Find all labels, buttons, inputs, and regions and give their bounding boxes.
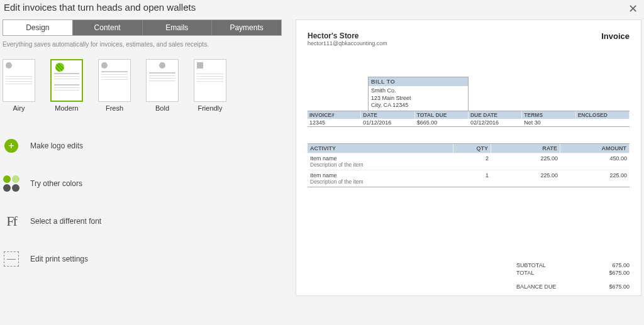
preview-header: Hector's Store hector111@qbkaccounting.c… bbox=[308, 31, 630, 47]
option-label: Edit print settings bbox=[30, 255, 88, 263]
store-name: Hector's Store bbox=[308, 31, 387, 40]
info-value bbox=[576, 119, 630, 120]
line-item-row: Item nameDescription of the item 2 225.0… bbox=[308, 153, 630, 170]
subtotal-label: SUBTOTAL bbox=[516, 262, 546, 268]
bill-to-name: Smith Co. bbox=[371, 87, 465, 95]
line-item-rate: 225.00 bbox=[491, 172, 560, 185]
template-bold[interactable]: Bold bbox=[146, 59, 179, 112]
tab-design[interactable]: Design bbox=[3, 20, 73, 35]
option-colors[interactable]: Try other colors bbox=[3, 175, 282, 192]
template-friendly[interactable]: Friendly bbox=[194, 59, 226, 112]
line-item-rate: 225.00 bbox=[491, 155, 560, 168]
font-icon: Ff bbox=[3, 212, 20, 230]
info-header: ENCLOSED bbox=[576, 111, 630, 119]
main-layout: Design Content Emails Payments Everythin… bbox=[0, 19, 644, 296]
template-modern[interactable]: Modern bbox=[50, 59, 83, 112]
option-label: Make logo edits bbox=[30, 141, 83, 150]
line-item-desc: Description of the item bbox=[310, 162, 451, 168]
template-list: Airy Modern Fresh bbox=[3, 59, 282, 112]
total-value: $675.00 bbox=[609, 270, 630, 276]
template-label: Fresh bbox=[106, 104, 123, 112]
total-label: TOTAL bbox=[516, 270, 534, 276]
print-margins-icon bbox=[3, 250, 20, 268]
template-label: Airy bbox=[13, 104, 25, 112]
page-title: Edit invoices that turn heads and open w… bbox=[4, 2, 196, 13]
balance-value: $675.00 bbox=[609, 284, 630, 290]
tab-content[interactable]: Content bbox=[73, 20, 143, 35]
template-airy[interactable]: Airy bbox=[3, 59, 35, 112]
store-email: hector111@qbkaccounting.com bbox=[308, 40, 387, 47]
page-header: Edit invoices that turn heads and open w… bbox=[0, 0, 644, 19]
info-header: TOTAL DUE bbox=[415, 111, 469, 119]
info-header: DUE DATE bbox=[469, 111, 522, 119]
invoice-preview: Hector's Store hector111@qbkaccounting.c… bbox=[296, 19, 641, 296]
document-type: Invoice bbox=[601, 31, 630, 47]
close-icon[interactable]: ✕ bbox=[628, 2, 638, 16]
template-thumb bbox=[3, 59, 35, 102]
line-item-desc: Description of the item bbox=[310, 179, 451, 185]
template-thumb bbox=[194, 59, 226, 102]
autosave-note: Everything saves automatically for invoi… bbox=[3, 36, 282, 59]
tab-bar: Design Content Emails Payments bbox=[3, 19, 282, 36]
line-item-row: Item nameDescription of the item 1 225.0… bbox=[308, 170, 630, 187]
balance-label: BALANCE DUE bbox=[516, 284, 557, 290]
option-label: Try other colors bbox=[30, 179, 82, 188]
bill-to-box: BILL TO Smith Co. 123 Main Street City, … bbox=[368, 77, 469, 111]
col-activity: ACTIVITY bbox=[308, 144, 453, 153]
line-item-amount: 450.00 bbox=[560, 155, 630, 168]
option-print-settings[interactable]: Edit print settings bbox=[3, 250, 282, 268]
col-rate: RATE bbox=[491, 144, 560, 153]
line-item-name: Item name bbox=[310, 172, 451, 179]
totals-block: SUBTOTAL675.00 TOTAL$675.00 BALANCE DUE$… bbox=[516, 262, 630, 290]
bill-to-header: BILL TO bbox=[369, 77, 468, 86]
line-item-qty: 1 bbox=[453, 172, 491, 185]
option-font[interactable]: Ff Select a different font bbox=[3, 212, 282, 230]
info-value: 01/12/2016 bbox=[361, 119, 414, 126]
info-header: TERMS bbox=[522, 111, 575, 119]
template-thumb bbox=[98, 59, 131, 102]
tab-emails[interactable]: Emails bbox=[143, 20, 213, 35]
template-thumb bbox=[146, 59, 179, 102]
template-thumb bbox=[50, 59, 83, 102]
bill-to-body: Smith Co. 123 Main Street City, CA 12345 bbox=[369, 86, 468, 111]
option-logo-edit[interactable]: + Make logo edits bbox=[3, 137, 282, 155]
color-swatches-icon bbox=[3, 175, 20, 192]
line-items-table: ACTIVITY QTY RATE AMOUNT Item nameDescri… bbox=[308, 143, 630, 187]
plus-circle-icon: + bbox=[3, 137, 20, 155]
col-amount: AMOUNT bbox=[560, 144, 630, 153]
col-qty: QTY bbox=[453, 144, 491, 153]
info-value: 12345 bbox=[308, 119, 361, 126]
bill-to-city: City, CA 12345 bbox=[371, 102, 465, 109]
design-options: + Make logo edits Try other colors Ff Se… bbox=[3, 137, 282, 268]
info-header: DATE bbox=[361, 111, 414, 119]
bill-to-street: 123 Main Street bbox=[371, 95, 465, 102]
option-label: Select a different font bbox=[30, 217, 101, 226]
line-item-qty: 2 bbox=[453, 155, 491, 168]
info-value: Net 30 bbox=[522, 119, 575, 126]
info-value: 02/12/2016 bbox=[469, 119, 522, 126]
line-item-name: Item name bbox=[310, 155, 451, 162]
template-label: Bold bbox=[155, 104, 169, 112]
info-header: INVOICE# bbox=[308, 111, 361, 119]
template-label: Modern bbox=[55, 104, 78, 112]
tab-payments[interactable]: Payments bbox=[212, 20, 281, 35]
template-label: Friendly bbox=[197, 104, 222, 112]
info-value: $665.00 bbox=[415, 119, 469, 126]
left-panel: Design Content Emails Payments Everythin… bbox=[3, 19, 282, 296]
template-fresh[interactable]: Fresh bbox=[98, 59, 131, 112]
info-bar: INVOICE#12345 DATE01/12/2016 TOTAL DUE$6… bbox=[308, 111, 630, 127]
line-item-amount: 225.00 bbox=[560, 172, 630, 185]
subtotal-value: 675.00 bbox=[612, 262, 630, 268]
